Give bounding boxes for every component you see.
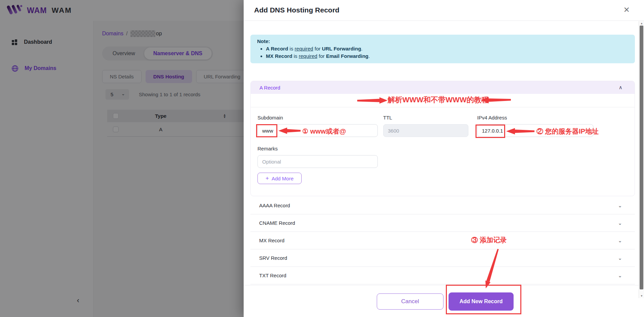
accordion-label: TXT Record: [259, 273, 286, 278]
a-record-accordion-header[interactable]: A Record ∧: [251, 81, 635, 94]
scroll-up-icon[interactable]: ▲: [639, 22, 644, 25]
remarks-input[interactable]: [257, 155, 378, 168]
accordion-txt-record[interactable]: TXT Record ⌄: [250, 267, 635, 284]
chevron-down-icon: ⌄: [618, 220, 622, 226]
close-icon[interactable]: ✕: [623, 6, 630, 14]
note-bullet-a-record: A Record is required for URL Forwarding.: [266, 45, 628, 52]
chevron-down-icon: ⌄: [618, 238, 622, 244]
cancel-button[interactable]: Cancel: [377, 293, 443, 310]
ipv4-input[interactable]: [477, 124, 593, 137]
add-more-label: Add More: [272, 176, 294, 181]
a-record-panel: A Record ∧ Subdomain TTL IPv4 Address Re…: [250, 81, 635, 196]
note-heading: Note:: [257, 38, 628, 44]
note-box: Note: A Record is required for URL Forwa…: [250, 35, 635, 63]
accordion-label: AAAA Record: [259, 203, 290, 208]
chevron-down-icon: ⌄: [618, 203, 622, 209]
note-bullet-mx-record: MX Record is required for Email Forwardi…: [266, 52, 628, 60]
accordion-label: MX Record: [259, 238, 284, 243]
accordion-label: SRV Record: [259, 255, 287, 261]
accordion-srv-record[interactable]: SRV Record ⌄: [250, 249, 635, 267]
chevron-down-icon: ⌄: [618, 273, 622, 279]
accordion-cname-record[interactable]: CNAME Record ⌄: [250, 214, 635, 232]
annotation-strip: [251, 94, 635, 107]
subdomain-field: Subdomain: [257, 115, 378, 137]
ttl-input: [383, 124, 468, 137]
ttl-label: TTL: [383, 115, 468, 120]
scrollbar-thumb[interactable]: [640, 26, 643, 289]
add-dns-record-modal: Add DNS Hosting Record ✕ Note: A Record …: [244, 0, 644, 317]
a-record-label: A Record: [259, 85, 280, 91]
modal-title: Add DNS Hosting Record: [254, 6, 339, 14]
plus-icon: +: [266, 175, 269, 182]
chevron-up-icon: ∧: [619, 84, 622, 91]
add-new-record-button[interactable]: Add New Record: [449, 292, 514, 311]
ipv4-label: IPv4 Address: [477, 115, 593, 120]
subdomain-label: Subdomain: [257, 115, 378, 120]
accordion-aaaa-record[interactable]: AAAA Record ⌄: [250, 197, 635, 214]
modal-scrollbar[interactable]: ▲ ▼: [639, 21, 644, 298]
modal-footer: Cancel Add New Record: [244, 285, 644, 317]
accordion-label: CNAME Record: [259, 220, 295, 226]
collapsed-sections: AAAA Record ⌄ CNAME Record ⌄ MX Record ⌄…: [250, 197, 635, 284]
remarks-field: Remarks: [257, 146, 378, 168]
ipv4-field: IPv4 Address: [477, 115, 593, 137]
modal-header: Add DNS Hosting Record ✕: [244, 0, 644, 21]
screen: WAM WAM Dashboard My Domains ‹: [0, 0, 644, 317]
subdomain-input[interactable]: [257, 124, 378, 137]
remarks-label: Remarks: [257, 146, 378, 151]
ttl-field: TTL: [383, 115, 468, 137]
chevron-down-icon: ⌄: [618, 255, 622, 261]
add-more-button[interactable]: + Add More: [257, 173, 302, 184]
accordion-mx-record[interactable]: MX Record ⌄: [250, 232, 635, 249]
scroll-down-icon[interactable]: ▼: [639, 294, 644, 297]
